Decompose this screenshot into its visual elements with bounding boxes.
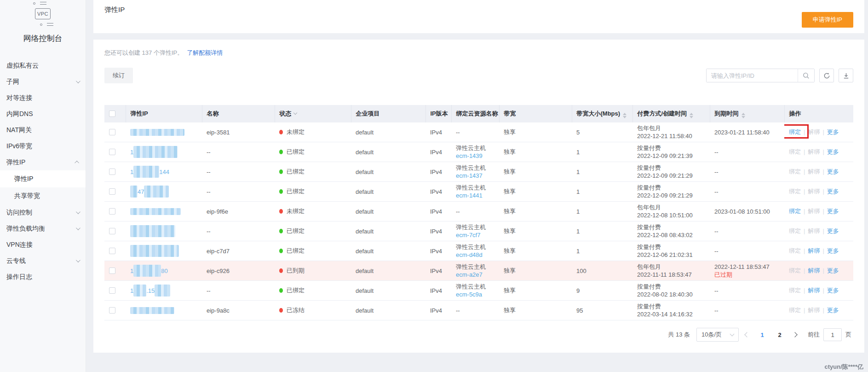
quota-details-link[interactable]: 了解配额详情	[187, 49, 223, 56]
sidebar-item-acl[interactable]: 访问控制	[0, 204, 86, 221]
sidebar-item-peering[interactable]: 对等连接	[0, 90, 86, 106]
sidebar-item-vpc[interactable]: 虚拟私有云	[0, 58, 86, 74]
download-button[interactable]	[839, 69, 853, 82]
table-row: --已绑定defaultIPv4弹性云主机ecm-7cf7独享1按量付费2022…	[104, 221, 853, 241]
resource-link[interactable]: ecm-7cf7	[456, 232, 480, 238]
resource-link[interactable]: ecm-1439	[456, 152, 483, 159]
console-title: 网络控制台	[23, 33, 63, 44]
apply-eip-button[interactable]: 申请弹性IP	[802, 12, 853, 28]
ip-version-cell: IPv4	[425, 241, 451, 261]
sort-caret-icon[interactable]	[690, 113, 693, 118]
goto-page-input[interactable]	[823, 328, 842, 341]
project-cell: default	[351, 301, 425, 320]
more-action-link[interactable]: 更多	[827, 128, 839, 135]
next-page-button[interactable]	[792, 332, 797, 337]
row-checkbox[interactable]	[109, 149, 115, 155]
sidebar-item-dns[interactable]: 内网DNS	[0, 106, 86, 122]
unbind-action-link[interactable]: 解绑	[808, 287, 820, 294]
search-button[interactable]	[798, 69, 814, 82]
sidebar-subitem-label: 共享带宽	[14, 192, 40, 200]
more-action-link[interactable]: 更多	[827, 287, 839, 294]
action-separator: |	[822, 208, 824, 215]
more-action-link[interactable]: 更多	[827, 247, 839, 254]
renew-button[interactable]: 续订	[104, 68, 133, 83]
sort-caret-icon[interactable]	[623, 113, 627, 118]
prev-page-button[interactable]	[744, 332, 749, 337]
page-size-select[interactable]: 10条/页	[696, 328, 739, 342]
billing-mode: 按量付费	[637, 302, 705, 310]
more-action-link[interactable]: 更多	[827, 168, 839, 175]
more-action-link[interactable]: 更多	[827, 307, 839, 314]
eip-address-cell	[126, 301, 202, 320]
resource-link[interactable]: ecm-d48d	[456, 251, 483, 258]
row-checkbox[interactable]	[109, 169, 115, 175]
sidebar-item-nat[interactable]: NAT网关	[0, 122, 86, 138]
sidebar-item-logs[interactable]: 操作日志	[0, 269, 86, 285]
sidebar-subitem-eip-list[interactable]: 弹性IP	[0, 170, 86, 187]
sidebar-item-eip[interactable]: 弹性IP	[0, 154, 86, 170]
bound-resource-cell: --	[451, 202, 499, 221]
resource-link[interactable]: ecm-1441	[456, 192, 483, 199]
sidebar-item-dc[interactable]: 云专线	[0, 253, 86, 269]
column-header-2: 状态	[275, 105, 351, 122]
row-checkbox[interactable]	[109, 228, 115, 234]
project-cell: default	[351, 261, 425, 281]
ip-version-cell: IPv4	[425, 301, 451, 320]
row-checkbox[interactable]	[109, 188, 115, 195]
sidebar-item-vpn[interactable]: VPN连接	[0, 237, 86, 253]
page-number-1[interactable]: 1	[757, 331, 767, 338]
status-dot	[279, 150, 283, 154]
more-action-link[interactable]: 更多	[827, 227, 839, 234]
status-label: 已绑定	[287, 148, 305, 155]
project-cell: default	[351, 281, 425, 301]
sidebar-item-elb[interactable]: 弹性负载均衡	[0, 221, 86, 237]
status-dot	[279, 130, 283, 134]
unbind-action-link[interactable]: 解绑	[808, 247, 820, 254]
more-action-link[interactable]: 更多	[827, 267, 839, 274]
blurred-ip	[130, 186, 138, 198]
sidebar-item-ipv6[interactable]: IPv6带宽	[0, 138, 86, 154]
row-select-cell	[104, 122, 126, 142]
bind-action-link[interactable]: 绑定	[789, 208, 801, 215]
more-action-link[interactable]: 更多	[827, 148, 839, 155]
row-checkbox[interactable]	[109, 307, 115, 314]
status-label: 已冻结	[287, 307, 305, 314]
billing-mode: 包年包月	[637, 203, 705, 211]
filter-chevron-icon[interactable]	[293, 111, 297, 115]
refresh-button[interactable]	[819, 69, 834, 82]
row-checkbox[interactable]	[109, 248, 115, 254]
row-checkbox[interactable]	[109, 267, 115, 274]
search-input[interactable]	[707, 69, 798, 82]
page-numbers: 12	[757, 331, 785, 338]
unbind-action-link: 解绑	[808, 208, 820, 215]
select-all-checkbox[interactable]	[109, 110, 115, 117]
resource-type: 弹性云主机	[456, 164, 494, 172]
sidebar-subitem-label: 弹性IP	[14, 175, 33, 183]
created-time: 2022-12-09 09:21:39	[637, 152, 705, 160]
unbind-action-link[interactable]: 解绑	[808, 267, 820, 274]
bound-resource-cell: --	[451, 122, 499, 142]
row-checkbox[interactable]	[109, 129, 115, 135]
row-select-cell	[104, 301, 126, 320]
created-time: 2022-11-11 18:53:47	[637, 271, 705, 279]
sidebar-subitem-shared-bandwidth[interactable]: 共享带宽	[0, 187, 86, 204]
blurred-ip	[130, 307, 174, 314]
sidebar-item-subnet[interactable]: 子网	[0, 74, 86, 90]
more-action-link[interactable]: 更多	[827, 208, 839, 215]
sort-caret-icon[interactable]	[742, 113, 745, 118]
expire-time: 2022-12-11 18:53:47	[714, 263, 780, 271]
more-action-link[interactable]: 更多	[827, 188, 839, 195]
status-label: 未绑定	[287, 128, 305, 135]
bind-action-link[interactable]: 绑定	[789, 128, 801, 135]
bind-action-link: 绑定	[789, 188, 801, 195]
actions-cell: 绑定|解绑|更多	[784, 122, 853, 142]
resource-link[interactable]: ecm-5c9a	[456, 291, 482, 298]
resource-link[interactable]: ecm-1437	[456, 172, 483, 179]
page-size-value: 10条/页	[701, 331, 722, 339]
blurred-ip	[144, 186, 169, 198]
resource-link[interactable]: ecm-a2e7	[456, 271, 483, 278]
expire-time: --	[714, 148, 780, 156]
page-number-2[interactable]: 2	[775, 331, 785, 338]
row-checkbox[interactable]	[109, 208, 115, 215]
row-checkbox[interactable]	[109, 287, 115, 294]
